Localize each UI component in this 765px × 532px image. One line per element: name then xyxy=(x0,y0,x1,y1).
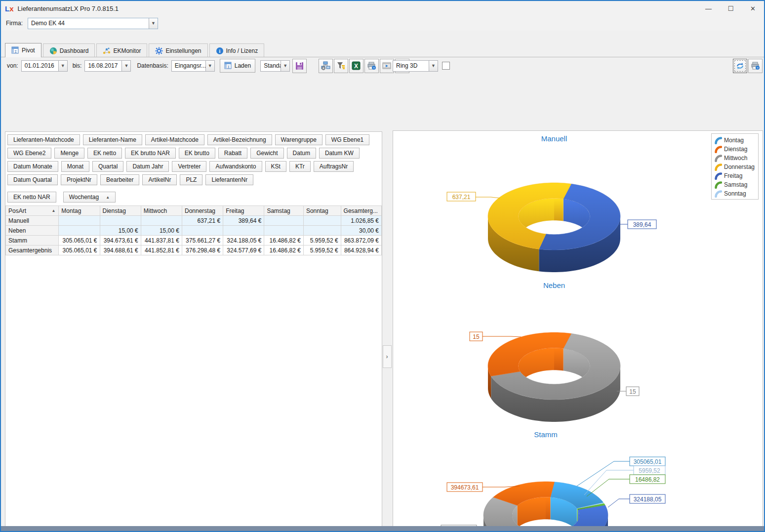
pivot-cell[interactable]: 5.959,52 € xyxy=(303,236,341,246)
panel-splitter[interactable]: › xyxy=(381,131,393,532)
field-button-monat[interactable]: Monat xyxy=(61,161,89,172)
collapse-panel-button[interactable]: › xyxy=(383,345,392,368)
tab-dashboard[interactable]: Dashboard xyxy=(43,43,95,57)
pivot-cell[interactable]: 1.026,85 € xyxy=(341,216,381,226)
pivot-cell[interactable] xyxy=(303,216,341,226)
field-button-ktr[interactable]: KTr xyxy=(289,161,311,172)
field-button-artikelnr[interactable]: ArtikelNr xyxy=(142,174,177,185)
field-button-plz[interactable]: PLZ xyxy=(180,174,202,185)
pivot-cell[interactable]: 305.065,01 € xyxy=(59,236,100,246)
pivot-cell[interactable]: 637,21 € xyxy=(182,216,223,226)
field-button-quartal[interactable]: Quartal xyxy=(92,161,123,172)
column-field-button[interactable]: Wochentag▲ xyxy=(63,192,116,203)
pivot-cell[interactable]: 30,00 € xyxy=(341,226,381,236)
field-button-wg-ebene1[interactable]: WG Ebene1 xyxy=(325,134,369,145)
chevron-down-icon[interactable]: ▼ xyxy=(281,61,289,71)
tab-info[interactable]: iInfo / Lizenz xyxy=(209,43,265,57)
chevron-down-icon[interactable]: ▼ xyxy=(205,61,214,71)
laden-button[interactable]: Σ Laden xyxy=(220,59,255,73)
pivot-cell[interactable]: 16.486,82 € xyxy=(264,236,303,246)
pivot-cell[interactable]: 394.673,61 € xyxy=(100,236,141,246)
pivot-cell[interactable] xyxy=(264,216,303,226)
firma-select[interactable]: Demo EK 44 ▼ xyxy=(28,18,158,29)
field-button-rabatt[interactable]: Rabatt xyxy=(218,148,247,159)
chevron-down-icon[interactable]: ▼ xyxy=(121,61,130,71)
field-button-artikel-bezeichnung[interactable]: Artikel-Bezeichnung xyxy=(207,134,272,145)
column-header-mittwoch[interactable]: Mittwoch xyxy=(141,206,182,216)
von-date-input[interactable]: 01.01.2016 ▼ xyxy=(21,60,68,72)
field-button-auftragsnr[interactable]: AuftragsNr xyxy=(314,161,354,172)
pivot-cell[interactable] xyxy=(303,226,341,236)
pivot-cell[interactable]: 441.852,81 € xyxy=(141,246,182,255)
row-field-header[interactable]: PosArt▲ xyxy=(6,206,59,216)
column-header-samstag[interactable]: Samstag xyxy=(264,206,303,216)
pivot-cell[interactable] xyxy=(223,226,264,236)
pivot-cell[interactable] xyxy=(100,216,141,226)
field-button-datum-kw[interactable]: Datum KW xyxy=(319,148,360,159)
pivot-cell[interactable]: 324.577,69 € xyxy=(223,246,264,255)
pivot-cell[interactable] xyxy=(141,216,182,226)
column-header-sonntag[interactable]: Sonntag xyxy=(303,206,341,216)
column-header-gesamterg-[interactable]: Gesamterg... xyxy=(341,206,381,216)
pivot-cell[interactable]: 324.188,05 € xyxy=(223,236,264,246)
field-button-datum-jahr[interactable]: Datum Jahr xyxy=(126,161,169,172)
pivot-cell[interactable]: 864.928,94 € xyxy=(341,246,381,255)
close-button[interactable]: ✕ xyxy=(742,1,764,16)
column-header-montag[interactable]: Montag xyxy=(59,206,100,216)
field-button-vertreter[interactable]: Vertreter xyxy=(172,161,206,172)
field-button-datum-monate[interactable]: Datum Monate xyxy=(7,161,58,172)
pivot-cell[interactable]: 16.486,82 € xyxy=(264,246,303,255)
bis-date-input[interactable]: 16.08.2017 ▼ xyxy=(84,60,131,72)
chart-option-checkbox[interactable] xyxy=(442,62,450,70)
pivot-settings-button[interactable] xyxy=(319,59,333,73)
field-button-lieferanten-matchcode[interactable]: Lieferanten-Matchcode xyxy=(7,134,80,145)
rotate-button[interactable] xyxy=(733,59,747,73)
row-header-neben[interactable]: Neben xyxy=(6,226,59,236)
maximize-button[interactable]: ☐ xyxy=(720,1,742,16)
column-header-dienstag[interactable]: Dienstag xyxy=(100,206,141,216)
field-button-artikel-matchcode[interactable]: Artikel-Matchcode xyxy=(145,134,204,145)
pivot-cell[interactable]: 5.959,52 € xyxy=(303,246,341,255)
row-header-stamm[interactable]: Stamm xyxy=(6,236,59,246)
field-button-lieferantennr[interactable]: LieferantenNr xyxy=(205,174,253,185)
pivot-cell[interactable]: 375.661,27 € xyxy=(182,236,223,246)
field-button-menge[interactable]: Menge xyxy=(54,148,84,159)
field-button-ek-brutto-nar[interactable]: EK brutto NAR xyxy=(125,148,176,159)
pivot-cell[interactable]: 15,00 € xyxy=(141,226,182,236)
column-header-freitag[interactable]: Freitag xyxy=(223,206,264,216)
chevron-down-icon[interactable]: ▼ xyxy=(149,18,158,29)
print-button[interactable]: ? xyxy=(364,59,379,73)
preset-select[interactable]: Standa ▼ xyxy=(260,60,290,72)
pivot-cell[interactable] xyxy=(264,226,303,236)
pivot-cell[interactable]: 394.688,61 € xyxy=(100,246,141,255)
video-button[interactable] xyxy=(380,59,394,73)
chevron-down-icon[interactable]: ▼ xyxy=(58,61,67,71)
pivot-cell[interactable]: 389,64 € xyxy=(223,216,264,226)
tab-einstellungen[interactable]: Einstellungen xyxy=(149,43,207,57)
pivot-cell[interactable] xyxy=(182,226,223,236)
field-button-bearbeiter[interactable]: Bearbeiter xyxy=(100,174,139,185)
field-button-ek-netto[interactable]: EK netto xyxy=(87,148,122,159)
tab-pivot[interactable]: ΣPivot xyxy=(5,43,41,57)
field-button-warengruppe[interactable]: Warengruppe xyxy=(275,134,322,145)
data-field-button[interactable]: EK netto NAR xyxy=(7,192,56,203)
field-button-kst[interactable]: KSt xyxy=(265,161,286,172)
pivot-cell[interactable]: 441.837,81 € xyxy=(141,236,182,246)
row-header-manuell[interactable]: Manuell xyxy=(6,216,59,226)
pivot-cell[interactable]: 863.872,09 € xyxy=(341,236,381,246)
field-button-lieferanten-name[interactable]: Lieferanten-Name xyxy=(83,134,142,145)
datenbasis-select[interactable]: Eingangsr... ▼ xyxy=(171,60,215,72)
field-button-datum-quartal[interactable]: Datum Quartal xyxy=(7,174,58,185)
pivot-cell[interactable]: 376.298,48 € xyxy=(182,246,223,255)
pivot-cell[interactable] xyxy=(59,226,100,236)
tab-ekmonitor[interactable]: EKMonitor xyxy=(96,43,147,57)
chart-print-button[interactable]: ? xyxy=(748,59,763,73)
chart-type-select[interactable]: Ring 3D ▼ xyxy=(393,60,438,72)
filter-button[interactable] xyxy=(334,59,348,73)
pivot-cell[interactable] xyxy=(59,216,100,226)
field-button-datum[interactable]: Datum xyxy=(287,148,316,159)
field-button-wg-ebene2[interactable]: WG Ebene2 xyxy=(7,148,51,159)
chevron-down-icon[interactable]: ▼ xyxy=(429,61,438,71)
save-button[interactable] xyxy=(292,59,307,73)
column-header-donnerstag[interactable]: Donnerstag xyxy=(182,206,223,216)
